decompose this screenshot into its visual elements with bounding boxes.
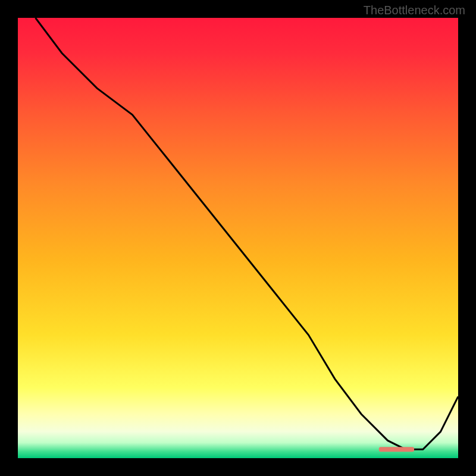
bottleneck-chart (18, 18, 458, 458)
watermark-text: TheBottleneck.com (364, 4, 465, 17)
chart-background (18, 18, 458, 458)
optimum-marker (379, 447, 414, 452)
chart-plot-area (18, 18, 458, 458)
